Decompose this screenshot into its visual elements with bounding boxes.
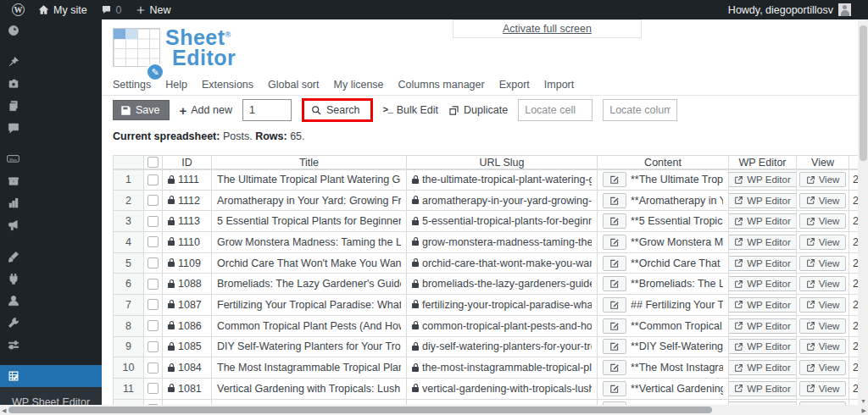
slug-cell[interactable]: 5-essential-tropical-plants-for-beginner… [407, 211, 598, 232]
wp-editor-button[interactable]: WP Editor [729, 360, 797, 375]
vertical-scrollbar[interactable]: ▼ [858, 19, 868, 405]
date-cell[interactable]: 20 [849, 232, 858, 253]
activate-fullscreen-link[interactable]: Activate full screen [503, 23, 592, 35]
sidebar-item-products[interactable] [0, 170, 102, 192]
view-button[interactable]: View [799, 256, 847, 271]
row-checkbox[interactable] [147, 216, 159, 227]
slug-cell[interactable]: diy-self-watering-planters-for-your-trop… [407, 337, 598, 358]
sidebar-item-users[interactable] [0, 290, 102, 312]
date-cell[interactable]: 20 [849, 274, 858, 295]
bulk-edit-button[interactable]: >_ Bulk Edit [383, 104, 439, 116]
select-all-checkbox[interactable] [147, 157, 159, 168]
row-checkbox[interactable] [147, 257, 159, 268]
sidebar-item-comments[interactable] [0, 117, 102, 139]
vertical-scrollbar-thumb[interactable] [860, 25, 867, 161]
wp-editor-button[interactable]: WP Editor [729, 318, 797, 334]
date-cell[interactable]: 20 [849, 357, 858, 379]
my-site-link[interactable]: My site [31, 0, 94, 19]
view-button[interactable]: View [799, 381, 847, 396]
add-count-input[interactable] [242, 99, 292, 121]
title-cell[interactable]: Bromeliads: The Lazy Gardener's Guide to… [212, 274, 407, 295]
date-cell[interactable]: 20 [849, 295, 858, 316]
sidebar-item-marketing[interactable] [0, 214, 102, 236]
view-button[interactable]: View [799, 172, 847, 187]
wp-editor-button[interactable]: WP Editor [729, 235, 797, 250]
sidebar-item-appearance[interactable] [0, 246, 102, 268]
title-cell[interactable]: Aromatherapy in Your Yard: Growing Fragr… [212, 191, 407, 212]
select-all-header[interactable] [144, 155, 163, 169]
slug-cell[interactable]: fertilizing-your-tropical-paradise-what-… [407, 295, 598, 316]
row-checkbox[interactable] [147, 299, 159, 310]
slug-cell[interactable]: the-ultimate-tropical-plant-watering-gui… [407, 169, 598, 191]
tab-my-license[interactable]: My license [334, 79, 384, 91]
view-button[interactable]: View [799, 318, 847, 334]
slug-cell[interactable]: bromeliads-the-lazy-gardeners-guide-to-e… [407, 274, 598, 295]
slug-cell[interactable]: vertical-gardening-with-tropicals-lush-w… [407, 379, 598, 400]
scroll-right-arrow-icon[interactable]: ▶ [862, 407, 866, 413]
save-button[interactable]: Save [113, 100, 170, 120]
sidebar-item-pages[interactable] [0, 95, 102, 117]
edit-content-button[interactable] [603, 381, 626, 396]
date-cell[interactable]: 20 [849, 253, 858, 274]
horizontal-scrollbar[interactable]: ◀ ▶ [0, 405, 868, 415]
view-button[interactable]: View [799, 360, 847, 375]
wp-editor-column-header[interactable]: WP Editor [729, 155, 797, 169]
row-checkbox[interactable] [147, 279, 159, 290]
sidebar-item-wp-sheet-editor[interactable] [0, 365, 102, 387]
date-column-header[interactable] [849, 155, 858, 169]
sidebar-item-posts[interactable] [0, 51, 102, 73]
scroll-left-arrow-icon[interactable]: ◀ [2, 407, 6, 413]
sidebar-item-woocommerce[interactable]: Woo [0, 148, 102, 170]
tab-columns-manager[interactable]: Columns manager [398, 79, 485, 91]
view-button[interactable]: View [799, 193, 847, 208]
submenu-item-wp-sheet-editor[interactable]: WP Sheet Editor [0, 392, 102, 405]
locate-cell-input[interactable] [518, 99, 593, 121]
row-checkbox[interactable] [147, 195, 159, 206]
sidebar-item-dashboard[interactable] [0, 19, 102, 42]
view-button[interactable]: View [799, 235, 847, 250]
sidebar-item-media[interactable] [0, 73, 102, 95]
row-checkbox[interactable] [147, 362, 159, 374]
wp-editor-button[interactable]: WP Editor [729, 276, 797, 291]
sidebar-item-analytics[interactable] [0, 192, 102, 214]
slug-cell[interactable]: the-most-instagrammable-tropical-plants … [407, 357, 598, 379]
view-button[interactable]: View [799, 276, 847, 291]
view-button[interactable]: View [799, 213, 847, 229]
slug-cell[interactable]: orchid-care-that-wont-make-you-want-to-.… [407, 253, 598, 274]
date-cell[interactable]: 20 [849, 169, 858, 191]
view-button[interactable]: View [799, 297, 847, 313]
edit-content-button[interactable] [603, 360, 626, 375]
sidebar-item-plugins[interactable] [0, 268, 102, 290]
date-cell[interactable]: 20 [849, 379, 858, 400]
wp-editor-button[interactable]: WP Editor [729, 381, 797, 396]
title-cell[interactable]: The Ultimate Tropical Plant Watering Gui… [212, 169, 407, 191]
user-avatar[interactable] [838, 3, 851, 16]
title-column-header[interactable]: Title [212, 155, 407, 169]
comments-shortcut[interactable]: 0 [94, 0, 129, 19]
wp-editor-button[interactable]: WP Editor [729, 339, 797, 354]
edit-content-button[interactable] [603, 235, 626, 250]
add-new-button[interactable]: + Add new [180, 103, 232, 118]
slug-cell[interactable]: grow-monstera-madness-taming-the-lush... [407, 232, 598, 253]
tab-help[interactable]: Help [165, 79, 187, 91]
wp-editor-button[interactable]: WP Editor [729, 213, 797, 229]
wp-editor-button[interactable]: WP Editor [729, 193, 797, 208]
slug-cell[interactable]: common-tropical-plant-pests-and-how-to..… [407, 316, 598, 337]
locate-column-input[interactable] [603, 99, 677, 121]
edit-content-button[interactable] [603, 318, 626, 334]
edit-content-button[interactable] [603, 297, 626, 313]
row-checkbox[interactable] [147, 320, 159, 331]
title-cell[interactable]: Orchid Care That Won't Make You Want to … [212, 253, 407, 274]
edit-content-button[interactable] [603, 339, 626, 354]
horizontal-scrollbar-thumb[interactable] [8, 407, 712, 413]
title-cell[interactable]: Fertilizing Your Tropical Paradise: What… [212, 295, 407, 316]
edit-content-button[interactable] [603, 193, 626, 208]
date-cell[interactable]: 20 [849, 211, 858, 232]
wordpress-menu[interactable]: W [5, 0, 31, 19]
view-button[interactable]: View [799, 339, 847, 354]
new-content-menu[interactable]: New [129, 0, 178, 19]
row-checkbox[interactable] [147, 174, 159, 185]
row-checkbox[interactable] [147, 236, 159, 247]
howdy-account-link[interactable]: Howdy, diegoportillosv [728, 4, 833, 16]
duplicate-button[interactable]: Duplicate [448, 104, 508, 116]
